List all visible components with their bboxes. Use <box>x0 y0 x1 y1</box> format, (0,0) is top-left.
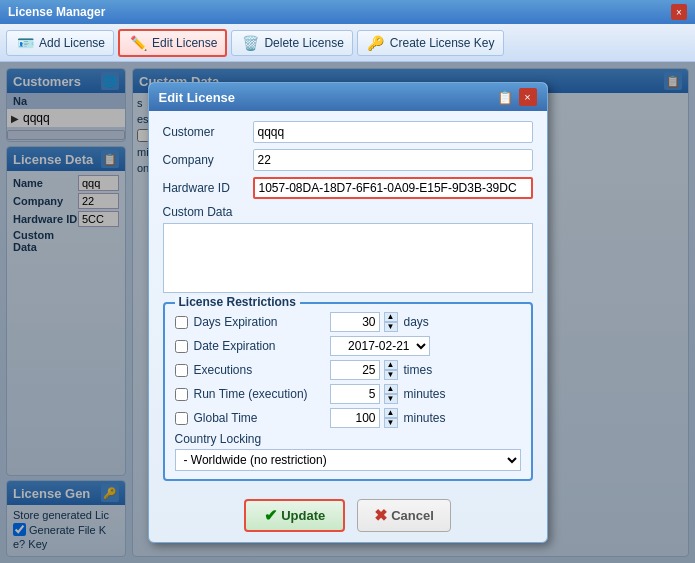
delete-license-icon: 🗑️ <box>240 34 260 52</box>
company-input[interactable] <box>253 149 533 171</box>
modal-footer: ✔ Update ✖ Cancel <box>149 491 547 542</box>
date-expiration-row: Date Expiration 2017-02-21 <box>175 336 521 356</box>
global-time-spinner[interactable]: ▲ ▼ <box>384 408 398 428</box>
main-area: Customers 🌐 Na ▶ qqqq License Deta 📋 Nam… <box>0 62 695 563</box>
exec-up-btn[interactable]: ▲ <box>384 360 398 370</box>
edit-license-modal: Edit License 📋 × Customer Company <box>148 82 548 543</box>
globaltime-up-btn[interactable]: ▲ <box>384 408 398 418</box>
country-locking-label: Country Locking <box>175 432 521 446</box>
customer-form-row: Customer <box>163 121 533 143</box>
company-form-label: Company <box>163 153 253 167</box>
days-expiration-input[interactable] <box>330 312 380 332</box>
title-bar: License Manager × <box>0 0 695 24</box>
executions-unit: times <box>404 363 444 377</box>
days-up-btn[interactable]: ▲ <box>384 312 398 322</box>
days-unit: days <box>404 315 444 329</box>
run-time-label: Run Time (execution) <box>194 387 324 401</box>
add-license-label: Add License <box>39 36 105 50</box>
update-button[interactable]: ✔ Update <box>244 499 345 532</box>
company-form-row: Company <box>163 149 533 171</box>
cancel-label: Cancel <box>391 508 434 523</box>
modal-title-icon: 📋 <box>497 90 513 105</box>
date-expiration-select[interactable]: 2017-02-21 <box>330 336 430 356</box>
run-time-checkbox[interactable] <box>175 388 188 401</box>
modal-title: Edit License <box>159 90 236 105</box>
edit-license-icon: ✏️ <box>128 34 148 52</box>
days-expiration-label: Days Expiration <box>194 315 324 329</box>
global-time-input[interactable] <box>330 408 380 428</box>
license-restrictions-box: License Restrictions Days Expiration ▲ ▼… <box>163 302 533 481</box>
edit-license-label: Edit License <box>152 36 217 50</box>
global-time-checkbox[interactable] <box>175 412 188 425</box>
runtime-down-btn[interactable]: ▼ <box>384 394 398 404</box>
edit-license-button[interactable]: ✏️ Edit License <box>118 29 227 57</box>
run-time-input[interactable] <box>330 384 380 404</box>
executions-spinner[interactable]: ▲ ▼ <box>384 360 398 380</box>
date-expiration-checkbox[interactable] <box>175 340 188 353</box>
runtime-up-btn[interactable]: ▲ <box>384 384 398 394</box>
cancel-x-icon: ✖ <box>374 506 387 525</box>
executions-label: Executions <box>194 363 324 377</box>
run-time-unit: minutes <box>404 387 446 401</box>
exec-down-btn[interactable]: ▼ <box>384 370 398 380</box>
customer-form-label: Customer <box>163 125 253 139</box>
app-title: License Manager <box>8 5 105 19</box>
executions-checkbox[interactable] <box>175 364 188 377</box>
hardware-id-form-row: Hardware ID <box>163 177 533 199</box>
modal-body: Customer Company Hardware ID Custom Data <box>149 111 547 491</box>
executions-input[interactable] <box>330 360 380 380</box>
delete-license-label: Delete License <box>264 36 343 50</box>
customer-input[interactable] <box>253 121 533 143</box>
update-label: Update <box>281 508 325 523</box>
days-expiration-checkbox[interactable] <box>175 316 188 329</box>
toolbar: 🪪 Add License ✏️ Edit License 🗑️ Delete … <box>0 24 695 62</box>
custom-data-form-label: Custom Data <box>163 205 533 219</box>
hardware-id-input[interactable] <box>253 177 533 199</box>
delete-license-button[interactable]: 🗑️ Delete License <box>231 30 352 56</box>
create-license-key-label: Create License Key <box>390 36 495 50</box>
hardware-id-form-label: Hardware ID <box>163 181 253 195</box>
run-time-spinner[interactable]: ▲ ▼ <box>384 384 398 404</box>
modal-overlay: Edit License 📋 × Customer Company <box>0 62 695 563</box>
run-time-row: Run Time (execution) ▲ ▼ minutes <box>175 384 521 404</box>
global-time-unit: minutes <box>404 411 446 425</box>
create-license-key-button[interactable]: 🔑 Create License Key <box>357 30 504 56</box>
days-down-btn[interactable]: ▼ <box>384 322 398 332</box>
executions-row: Executions ▲ ▼ times <box>175 360 521 380</box>
country-select[interactable]: - Worldwide (no restriction) <box>175 449 521 471</box>
modal-titlebar: Edit License 📋 × <box>149 83 547 111</box>
modal-close-button[interactable]: × <box>519 88 537 106</box>
custom-data-textarea[interactable] <box>163 223 533 293</box>
update-checkmark-icon: ✔ <box>264 506 277 525</box>
add-license-button[interactable]: 🪪 Add License <box>6 30 114 56</box>
cancel-button[interactable]: ✖ Cancel <box>357 499 451 532</box>
global-time-label: Global Time <box>194 411 324 425</box>
global-time-row: Global Time ▲ ▼ minutes <box>175 408 521 428</box>
globaltime-down-btn[interactable]: ▼ <box>384 418 398 428</box>
days-expiration-spinner[interactable]: ▲ ▼ <box>384 312 398 332</box>
create-key-icon: 🔑 <box>366 34 386 52</box>
days-expiration-row: Days Expiration ▲ ▼ days <box>175 312 521 332</box>
app-close-button[interactable]: × <box>671 4 687 20</box>
country-locking-section: Country Locking - Worldwide (no restrict… <box>175 432 521 471</box>
custom-data-form-section: Custom Data <box>163 205 533 296</box>
add-license-icon: 🪪 <box>15 34 35 52</box>
restrictions-title: License Restrictions <box>175 295 300 309</box>
date-expiration-label: Date Expiration <box>194 339 324 353</box>
